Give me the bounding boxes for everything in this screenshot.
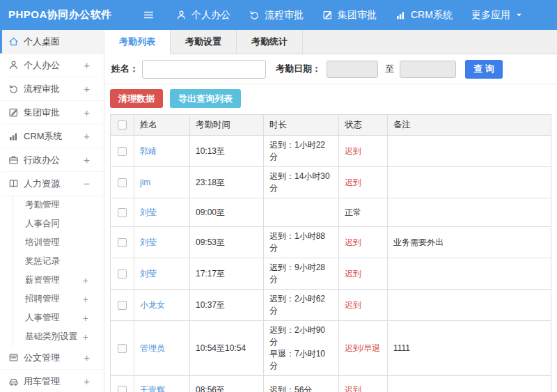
sidebar-item-group-approval[interactable]: 集团审批+ <box>0 101 104 125</box>
sidebar-item-workflow-approval[interactable]: 流程审批+ <box>0 77 104 101</box>
expand-toggle-icon[interactable]: + <box>84 376 90 386</box>
user-icon <box>176 10 187 20</box>
checkbox-cell <box>111 167 134 198</box>
date-from-input[interactable] <box>327 61 378 78</box>
expand-toggle-icon[interactable]: − <box>84 178 90 189</box>
sidebar-subitem-salary-management[interactable]: 薪资管理+ <box>13 271 104 290</box>
expand-toggle-icon[interactable]: + <box>84 155 90 165</box>
tab-attendance-stats[interactable]: 考勤统计 <box>237 30 303 54</box>
row-checkbox[interactable] <box>118 344 127 353</box>
sidebar-subitem-personnel-management[interactable]: 人事管理+ <box>13 308 104 327</box>
sidebar-item-label: 用车管理 <box>24 375 60 388</box>
name-filter-input[interactable] <box>142 60 266 79</box>
table-header-row: 姓名考勤时间时长状态备注 <box>111 115 551 136</box>
duration-line: 迟到：2小时90分 <box>269 324 333 348</box>
duration-cell: 迟到：56分 <box>264 376 339 392</box>
name-cell: 小龙女 <box>134 290 190 321</box>
sidebar-subitem-reward-punishment-records[interactable]: 奖惩记录 <box>13 252 104 271</box>
time-cell: 17:17至 <box>190 258 264 290</box>
tab-attendance-list[interactable]: 考勤列表 <box>104 30 171 54</box>
sidebar-subitem-label: 招聘管理 <box>25 293 60 305</box>
sidebar: 个人桌面个人办公+流程审批+集团审批+CRM系统+行政办公+人力资源−考勤管理人… <box>0 30 104 392</box>
column-header: 状态 <box>339 115 388 136</box>
date-to-input[interactable] <box>400 61 456 78</box>
row-checkbox[interactable] <box>118 238 127 247</box>
nav-item-label: 流程审批 <box>265 9 304 22</box>
status-cell: 迟到 <box>339 376 388 392</box>
remark-cell <box>388 198 551 227</box>
employee-name-link[interactable]: jim <box>140 178 150 187</box>
expand-toggle-icon[interactable]: + <box>84 107 90 118</box>
nav-item-group-approval[interactable]: 集团审批 <box>322 9 377 22</box>
expand-toggle-icon[interactable]: + <box>84 131 90 141</box>
row-checkbox[interactable] <box>118 269 127 279</box>
remark-cell <box>388 258 551 290</box>
status-cell: 迟到 <box>339 136 388 167</box>
table-row: 管理员10:54至10:54迟到：2小时90分早退：7小时10分迟到/早退111… <box>111 321 551 376</box>
edit-icon <box>322 10 333 20</box>
nav-item-workflow-approval[interactable]: 流程审批 <box>249 9 304 22</box>
select-all-checkbox[interactable] <box>118 120 127 130</box>
sidebar-subitem-personnel-contract[interactable]: 人事合同 <box>13 214 104 233</box>
employee-name-link[interactable]: 王壹辉 <box>140 385 165 392</box>
tab-attendance-settings[interactable]: 考勤设置 <box>171 30 237 54</box>
expand-toggle-icon[interactable]: + <box>83 332 88 342</box>
time-cell: 08:56至 <box>190 376 264 392</box>
sidebar-subitem-attendance-management[interactable]: 考勤管理 <box>13 196 104 214</box>
sidebar-item-crm-system[interactable]: CRM系统+ <box>0 125 104 148</box>
sidebar-item-vehicle-management[interactable]: 用车管理+ <box>0 370 104 392</box>
menu-icon <box>143 9 155 21</box>
sidebar-toggle-button[interactable] <box>139 9 157 21</box>
process-icon <box>249 10 260 20</box>
row-checkbox[interactable] <box>118 147 127 156</box>
book-icon <box>8 178 19 189</box>
sidebar-subitem-basic-category-settings[interactable]: 基础类别设置+ <box>13 327 104 346</box>
sidebar-item-label: 个人桌面 <box>24 36 60 48</box>
sidebar-subitem-label: 培训管理 <box>25 237 60 249</box>
status-text: 迟到/早退 <box>345 343 380 353</box>
name-cell: 刘莹 <box>134 227 190 258</box>
expand-toggle-icon[interactable]: + <box>84 60 90 70</box>
duration-cell: 迟到：9小时28分 <box>264 258 339 290</box>
expand-toggle-icon[interactable]: + <box>83 276 88 285</box>
sidebar-item-document-management[interactable]: 公文管理+ <box>0 346 104 370</box>
date-filter-label: 考勤日期： <box>276 63 321 75</box>
tab-bar: 考勤列表考勤设置考勤统计 <box>104 30 557 54</box>
table-row: jim23:18至迟到：14小时30分迟到 <box>111 167 551 198</box>
row-checkbox[interactable] <box>118 208 127 217</box>
row-checkbox[interactable] <box>118 178 127 187</box>
navbar-menu: 个人办公流程审批集团审批CRM系统更多应用 <box>157 9 523 22</box>
sidebar-item-personal-desktop[interactable]: 个人桌面 <box>0 30 104 54</box>
duration-line: 迟到：14小时30分 <box>269 171 333 194</box>
duration-cell: 迟到：1小时88分 <box>264 227 339 258</box>
employee-name-link[interactable]: 管理员 <box>140 343 165 353</box>
employee-name-link[interactable]: 刘莹 <box>140 207 157 217</box>
sidebar-subitem-label: 薪资管理 <box>25 274 60 286</box>
employee-name-link[interactable]: 小龙女 <box>140 300 165 310</box>
duration-line: 迟到：1小时88分 <box>269 230 333 254</box>
expand-toggle-icon[interactable]: + <box>83 295 88 304</box>
query-button[interactable]: 查 询 <box>465 60 503 79</box>
sidebar-subitem-training-management[interactable]: 培训管理 <box>13 233 104 252</box>
expand-toggle-icon[interactable]: + <box>84 352 90 363</box>
expand-toggle-icon[interactable]: + <box>83 313 88 323</box>
employee-name-link[interactable]: 郭靖 <box>140 146 157 156</box>
employee-name-link[interactable]: 刘莹 <box>140 269 157 279</box>
nav-item-personal-office[interactable]: 个人办公 <box>176 9 230 22</box>
row-checkbox[interactable] <box>118 386 127 392</box>
nav-item-crm-system[interactable]: CRM系统 <box>395 9 453 22</box>
duration-line: 迟到：56分 <box>269 384 333 392</box>
row-checkbox[interactable] <box>118 301 127 310</box>
sidebar-item-personal-office[interactable]: 个人办公+ <box>0 54 104 77</box>
sidebar-item-admin-office[interactable]: 行政办公+ <box>0 148 104 172</box>
employee-name-link[interactable]: 刘莹 <box>140 237 157 247</box>
export-list-button[interactable]: 导出查询列表 <box>170 89 241 108</box>
nav-item-label: 集团审批 <box>338 9 377 22</box>
sidebar-item-human-resources[interactable]: 人力资源− <box>0 172 104 196</box>
column-header: 备注 <box>388 115 551 136</box>
expand-toggle-icon[interactable]: + <box>84 84 90 94</box>
clean-data-button[interactable]: 清理数据 <box>110 89 163 108</box>
checkbox-cell <box>111 136 134 167</box>
sidebar-subitem-recruitment-management[interactable]: 招聘管理+ <box>13 290 104 308</box>
nav-item-more-apps[interactable]: 更多应用 <box>471 9 523 22</box>
